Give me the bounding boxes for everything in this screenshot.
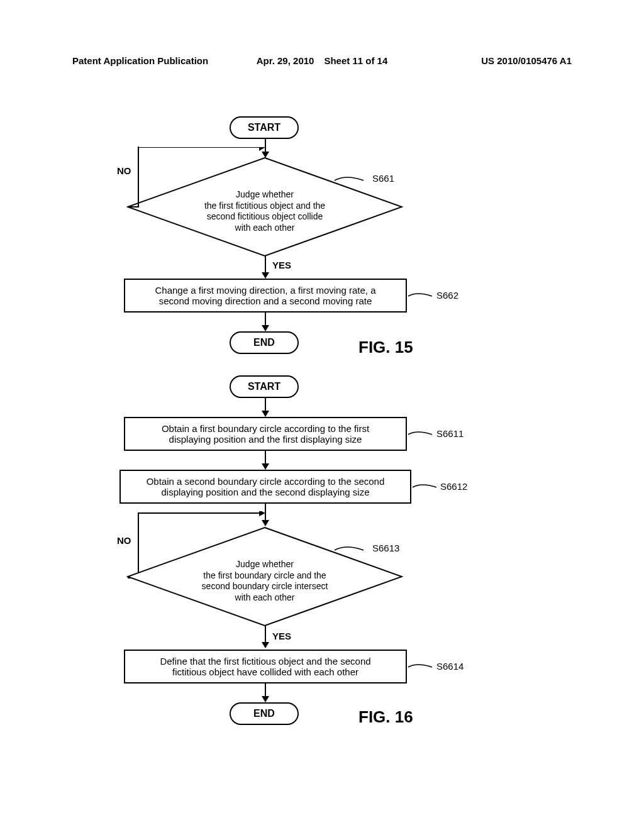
fig16-decision: Judge whether the first boundary circle … — [126, 526, 403, 627]
fig16-process2: Obtain a second boundary circle accordin… — [119, 470, 411, 504]
fig15-no-label: NO — [117, 165, 131, 176]
svg-marker-25 — [262, 463, 269, 470]
svg-marker-30 — [259, 511, 265, 516]
fig15-step1: S661 — [372, 173, 394, 184]
arrow-end15 — [262, 313, 269, 331]
svg-marker-27 — [262, 520, 269, 526]
arrow-16e — [262, 683, 269, 702]
fig15-s662-connector — [407, 290, 435, 302]
header-center: Apr. 29, 2010 Sheet 11 of 14 — [257, 55, 388, 66]
svg-marker-21 — [262, 325, 269, 331]
fig16-no-horiz — [137, 511, 269, 519]
svg-marker-34 — [262, 642, 269, 648]
arrow-yes15 — [262, 256, 269, 280]
fig15-decision: Judge whether the first fictitious objec… — [126, 157, 403, 257]
svg-marker-6 — [260, 143, 267, 151]
arrow-16a — [262, 398, 269, 417]
svg-marker-36 — [262, 696, 269, 702]
header-sheet: Sheet 11 of 14 — [324, 55, 387, 66]
fig16-step4: S6614 — [436, 661, 464, 672]
fig16-no-label: NO — [117, 535, 131, 546]
svg-marker-23 — [262, 411, 269, 417]
fig15-step2: S662 — [436, 290, 458, 301]
conn-s6613 — [333, 543, 371, 558]
fig16-step3: S6613 — [372, 543, 399, 553]
fig16-yes-label: YES — [272, 631, 291, 641]
fig15-yes-label: YES — [272, 260, 291, 270]
page-header: Patent Application Publication Apr. 29, … — [0, 55, 644, 66]
arrow-16b — [262, 451, 269, 470]
fig15-decision-text: Judge whether the first fictitious objec… — [126, 189, 403, 233]
fig15-end: END — [230, 331, 299, 354]
fig16-step2: S6612 — [440, 481, 467, 492]
fig16-end: END — [230, 702, 299, 725]
fig15-process: Change a first moving direction, a first… — [124, 279, 407, 313]
fig15-no-arrowhead — [260, 143, 270, 151]
conn-s6612 — [411, 481, 439, 494]
fig16-start: START — [230, 375, 299, 398]
fig15-no-vert-up — [137, 147, 140, 208]
fig16-step1: S6611 — [436, 428, 464, 439]
conn-s6614 — [407, 661, 435, 673]
header-right: US 2010/0105476 A1 — [481, 55, 572, 66]
fig16-process3: Define that the first fictitious object … — [124, 650, 407, 683]
header-left: Patent Application Publication — [72, 55, 208, 66]
header-date: Apr. 29, 2010 — [257, 55, 314, 66]
arrow-16d — [262, 626, 269, 650]
fig16-process1: Obtain a first boundary circle according… — [124, 417, 407, 451]
fig15-start: START — [230, 116, 299, 139]
svg-marker-19 — [262, 272, 269, 279]
fig15-title: FIG. 15 — [358, 338, 413, 357]
fig16-decision-text: Judge whether the first boundary circle … — [126, 559, 403, 603]
fig15-s661-connector — [333, 173, 371, 188]
conn-s6611 — [407, 428, 435, 441]
fig16-title: FIG. 16 — [358, 707, 413, 727]
